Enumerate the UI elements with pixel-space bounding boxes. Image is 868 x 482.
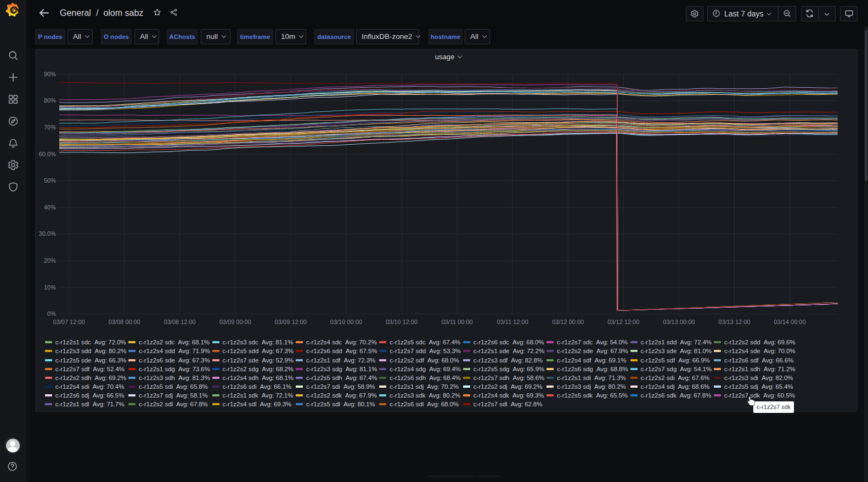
svg-text:40%: 40% [44,204,56,211]
svg-text:03/11 12:00: 03/11 12:00 [497,319,528,325]
svg-text:0%: 0% [47,310,56,317]
svg-text:03/13 00:00: 03/13 00:00 [663,319,695,325]
svg-text:30.0%: 30.0% [39,230,56,237]
svg-text:03/13 12:00: 03/13 12:00 [718,319,750,325]
svg-text:03/09 12:00: 03/09 12:00 [275,319,307,325]
svg-text:03/09 00:00: 03/09 00:00 [219,319,251,325]
svg-text:03/08 12:00: 03/08 12:00 [164,319,196,325]
svg-text:60.0%: 60.0% [39,151,56,157]
svg-text:03/11 00:00: 03/11 00:00 [441,319,472,325]
svg-text:03/14 00:00: 03/14 00:00 [774,319,805,325]
svg-text:90%: 90% [44,71,56,77]
svg-text:03/10 00:00: 03/10 00:00 [330,319,362,325]
svg-text:80%: 80% [44,97,56,104]
svg-text:70%: 70% [44,124,56,131]
svg-text:03/10 12:00: 03/10 12:00 [386,319,418,325]
svg-text:03/08 00:00: 03/08 00:00 [109,319,140,325]
svg-text:03/07 12:00: 03/07 12:00 [53,319,85,325]
svg-text:50%: 50% [44,177,56,184]
svg-text:03/12 00:00: 03/12 00:00 [552,319,584,325]
svg-text:10%: 10% [44,284,56,291]
svg-text:03/12 12:00: 03/12 12:00 [607,319,639,325]
svg-text:20%: 20% [44,257,56,264]
